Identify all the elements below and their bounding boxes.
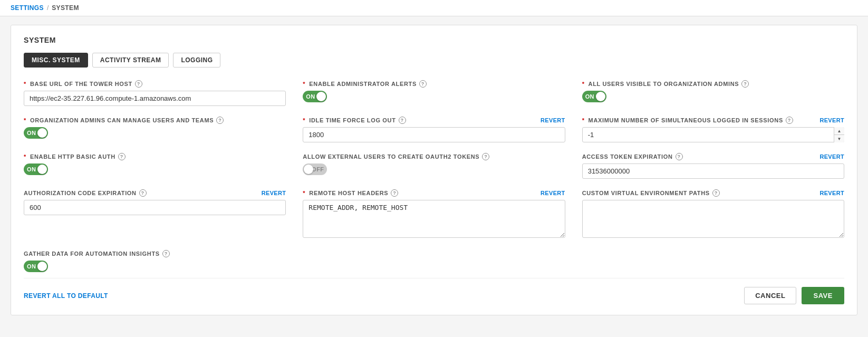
allow-external-oauth2-help-icon[interactable]: ?	[482, 153, 489, 160]
auth-code-expiration-input[interactable]	[24, 200, 286, 215]
base-url-input[interactable]	[24, 91, 286, 106]
max-sessions-revert[interactable]: REVERT	[819, 117, 844, 123]
footer-bar: REVERT ALL TO DEFAULT CANCEL SAVE	[24, 278, 844, 304]
field-enable-admin-alerts: * ENABLE ADMINISTRATOR ALERTS ? ON	[303, 80, 565, 106]
max-sessions-help-icon[interactable]: ?	[786, 117, 793, 124]
enable-admin-alerts-label: * ENABLE ADMINISTRATOR ALERTS ?	[303, 80, 565, 88]
breadcrumb-settings-link[interactable]: SETTINGS	[11, 4, 44, 12]
allow-external-oauth2-toggle[interactable]: OFF	[303, 163, 327, 175]
breadcrumb-current: SYSTEM	[52, 4, 79, 12]
custom-venv-paths-revert[interactable]: REVERT	[819, 190, 844, 196]
enable-admin-alerts-toggle-label: ON	[306, 93, 315, 100]
enable-admin-alerts-toggle[interactable]: ON	[303, 91, 327, 102]
org-admins-manage-toggle-wrap: ON	[24, 127, 48, 139]
base-url-required: *	[24, 81, 26, 87]
all-users-visible-label: * ALL USERS VISIBLE TO ORGANIZATION ADMI…	[582, 80, 844, 88]
tab-bar: MISC. SYSTEM ACTIVITY STREAM LOGGING	[24, 53, 844, 68]
field-enable-http-basic-auth: * ENABLE HTTP BASIC AUTH ? ON	[24, 153, 286, 179]
tab-activity-stream[interactable]: ACTIVITY STREAM	[92, 53, 169, 68]
idle-time-help-icon[interactable]: ?	[399, 117, 406, 124]
base-url-label-text: BASE URL OF THE TOWER HOST	[30, 81, 132, 87]
http-basic-auth-help-icon[interactable]: ?	[118, 153, 126, 160]
tab-misc-system[interactable]: MISC. SYSTEM	[24, 53, 88, 68]
max-sessions-required: *	[582, 117, 585, 123]
field-all-users-visible: * ALL USERS VISIBLE TO ORGANIZATION ADMI…	[582, 80, 844, 106]
enable-admin-alerts-required: *	[303, 81, 305, 87]
remote-host-headers-help-icon[interactable]: ?	[391, 189, 398, 197]
enable-admin-alerts-label-text: ENABLE ADMINISTRATOR ALERTS	[309, 81, 417, 87]
gather-data-label: GATHER DATA FOR AUTOMATION INSIGHTS ?	[24, 250, 844, 257]
field-authorization-code-expiration: AUTHORIZATION CODE EXPIRATION ? REVERT	[24, 189, 286, 239]
org-admins-manage-required: *	[24, 117, 26, 123]
enable-admin-alerts-toggle-wrap: ON	[303, 91, 327, 102]
gather-data-toggle[interactable]: ON	[24, 261, 48, 272]
access-token-expiration-help-icon[interactable]: ?	[676, 153, 683, 160]
base-url-help-icon[interactable]: ?	[135, 80, 142, 88]
org-admins-manage-label-text: ORGANIZATION ADMINS CAN MANAGE USERS AND…	[30, 117, 214, 123]
gather-data-help-icon[interactable]: ?	[162, 250, 170, 257]
max-sessions-decrement[interactable]: ▼	[834, 135, 844, 142]
cancel-button[interactable]: CANCEL	[744, 287, 796, 304]
field-max-sessions: * MAXIMUM NUMBER OF SIMULTANEOUS LOGGED …	[582, 117, 844, 142]
custom-venv-paths-input[interactable]	[582, 200, 844, 238]
max-sessions-input-wrap: ▲ ▼	[582, 127, 844, 142]
max-sessions-input[interactable]	[582, 127, 844, 142]
http-basic-auth-toggle-wrap: ON	[24, 163, 48, 175]
all-users-visible-toggle[interactable]: ON	[582, 91, 606, 102]
remote-host-headers-revert[interactable]: REVERT	[541, 190, 565, 196]
field-access-token-expiration: ACCESS TOKEN EXPIRATION ? REVERT	[582, 153, 844, 179]
field-idle-time-force-logout: * IDLE TIME FORCE LOG OUT ? REVERT	[303, 117, 565, 142]
breadcrumb-separator: /	[47, 4, 49, 12]
max-sessions-increment[interactable]: ▲	[834, 127, 844, 135]
http-basic-auth-toggle-label: ON	[27, 166, 36, 172]
org-admins-manage-toggle-label: ON	[27, 130, 36, 136]
idle-time-required: *	[303, 117, 305, 123]
http-basic-auth-toggle[interactable]: ON	[24, 163, 48, 175]
idle-time-revert[interactable]: REVERT	[541, 117, 565, 123]
gather-data-toggle-label: ON	[27, 263, 36, 269]
idle-time-label-text: IDLE TIME FORCE LOG OUT	[309, 117, 396, 123]
allow-external-oauth2-toggle-wrap: OFF	[303, 163, 327, 175]
save-button[interactable]: SAVE	[802, 287, 844, 304]
max-sessions-label: * MAXIMUM NUMBER OF SIMULTANEOUS LOGGED …	[582, 117, 844, 124]
auth-code-expiration-help-icon[interactable]: ?	[139, 189, 147, 197]
form-grid: * BASE URL OF THE TOWER HOST ? * ENABLE …	[24, 80, 844, 250]
field-allow-external-oauth2: ALLOW EXTERNAL USERS TO CREATE OAUTH2 TO…	[303, 153, 565, 179]
custom-venv-paths-label: CUSTOM VIRTUAL ENVIRONMENT PATHS ? REVER…	[582, 189, 844, 197]
footer-buttons: CANCEL SAVE	[744, 287, 844, 304]
max-sessions-label-text: MAXIMUM NUMBER OF SIMULTANEOUS LOGGED IN…	[589, 117, 783, 123]
all-users-visible-toggle-wrap: ON	[582, 91, 606, 102]
access-token-expiration-input[interactable]	[582, 163, 844, 179]
revert-all-link[interactable]: REVERT ALL TO DEFAULT	[24, 292, 108, 300]
field-remote-host-headers: * REMOTE HOST HEADERS ? REVERT	[303, 189, 565, 239]
breadcrumb: SETTINGS / SYSTEM	[0, 0, 868, 16]
max-sessions-spinner: ▲ ▼	[834, 127, 844, 142]
access-token-expiration-label: ACCESS TOKEN EXPIRATION ? REVERT	[582, 153, 844, 160]
field-org-admins-manage: * ORGANIZATION ADMINS CAN MANAGE USERS A…	[24, 117, 286, 142]
auth-code-expiration-revert[interactable]: REVERT	[262, 190, 286, 196]
gather-data-toggle-wrap: ON	[24, 261, 48, 272]
allow-external-oauth2-label: ALLOW EXTERNAL USERS TO CREATE OAUTH2 TO…	[303, 153, 565, 160]
remote-host-headers-label-text: REMOTE HOST HEADERS	[309, 190, 388, 196]
remote-host-headers-label: * REMOTE HOST HEADERS ? REVERT	[303, 189, 565, 197]
custom-venv-paths-help-icon[interactable]: ?	[712, 189, 720, 197]
http-basic-auth-label-text: ENABLE HTTP BASIC AUTH	[30, 153, 115, 160]
all-users-visible-label-text: ALL USERS VISIBLE TO ORGANIZATION ADMINS	[589, 81, 739, 87]
all-users-visible-help-icon[interactable]: ?	[741, 80, 749, 88]
all-users-visible-toggle-label: ON	[585, 93, 594, 100]
access-token-expiration-revert[interactable]: REVERT	[819, 153, 844, 160]
allow-external-oauth2-toggle-label: OFF	[312, 166, 324, 172]
http-basic-auth-label: * ENABLE HTTP BASIC AUTH ?	[24, 153, 286, 160]
gather-data-label-text: GATHER DATA FOR AUTOMATION INSIGHTS	[24, 251, 160, 257]
org-admins-manage-help-icon[interactable]: ?	[216, 117, 224, 124]
remote-host-headers-required: *	[303, 190, 305, 196]
remote-host-headers-input[interactable]	[303, 200, 565, 238]
base-url-label: * BASE URL OF THE TOWER HOST ?	[24, 80, 286, 88]
http-basic-auth-required: *	[24, 153, 26, 160]
org-admins-manage-toggle[interactable]: ON	[24, 127, 48, 139]
enable-admin-alerts-help-icon[interactable]: ?	[419, 80, 427, 88]
idle-time-input[interactable]	[303, 127, 565, 142]
auth-code-expiration-label: AUTHORIZATION CODE EXPIRATION ? REVERT	[24, 189, 286, 197]
allow-external-oauth2-label-text: ALLOW EXTERNAL USERS TO CREATE OAUTH2 TO…	[303, 153, 479, 160]
tab-logging[interactable]: LOGGING	[173, 53, 220, 68]
